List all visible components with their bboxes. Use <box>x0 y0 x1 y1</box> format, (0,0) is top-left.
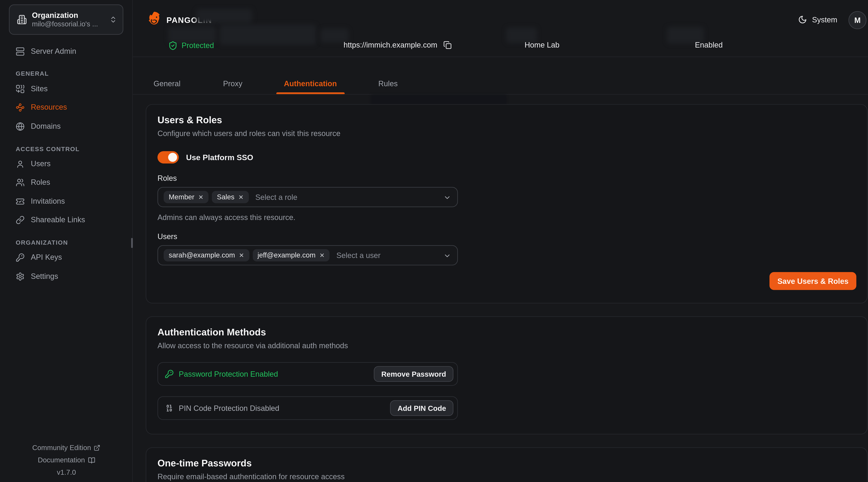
link-icon <box>16 216 25 225</box>
server-icon <box>16 47 25 56</box>
sidebar-item-shareable-links[interactable]: Shareable Links <box>9 212 125 228</box>
sidebar-item-settings[interactable]: Settings <box>9 269 125 284</box>
tab-general[interactable]: General <box>145 76 189 94</box>
chevrons-up-down-icon <box>110 15 117 24</box>
users-field-label: Users <box>157 232 856 240</box>
sidebar-item-roles[interactable]: Roles <box>9 175 125 190</box>
sidebar-item-domains[interactable]: Domains <box>9 119 125 134</box>
resource-url: https://immich.example.com <box>344 41 452 49</box>
org-switcher[interactable]: Organization milo@fossorial.io's ... <box>9 4 123 35</box>
avatar[interactable]: M <box>848 11 866 29</box>
sidebar-item-invitations[interactable]: Invitations <box>9 194 125 209</box>
user-tag: sarah@example.com ✕ <box>164 249 249 261</box>
role-tag: Member ✕ <box>164 191 209 203</box>
sidebar-heading-organization: ORGANIZATION <box>16 239 68 246</box>
redaction-box <box>196 9 252 24</box>
users-roles-card: Users & Roles Configure which users and … <box>146 104 867 303</box>
documentation-link[interactable]: Documentation <box>38 456 95 464</box>
toggle-knob <box>168 153 177 162</box>
sidebar-item-users[interactable]: Users <box>9 156 125 172</box>
building-icon <box>17 14 27 25</box>
shield-check-icon <box>168 41 178 51</box>
app-root: Organization milo@fossorial.io's ... Ser… <box>0 0 868 482</box>
users-placeholder: Select a user <box>336 251 380 259</box>
org-switcher-value: milo@fossorial.io's ... <box>32 20 110 28</box>
binary-icon <box>165 404 174 413</box>
tab-proxy[interactable]: Proxy <box>215 76 251 94</box>
key-icon <box>16 253 25 262</box>
copy-icon[interactable] <box>443 41 452 49</box>
tab-bar: General Proxy Authentication Rules <box>145 76 406 94</box>
otp-card: One-time Passwords Require email-based a… <box>146 447 867 482</box>
users-combobox[interactable]: sarah@example.com ✕ jeff@example.com ✕ S… <box>157 245 458 265</box>
sidebar-item-sites[interactable]: Sites <box>9 81 125 97</box>
resource-status: Protected <box>168 41 214 51</box>
sso-toggle-row: Use Platform SSO <box>157 151 856 163</box>
users-icon <box>16 178 25 187</box>
roles-field-label: Roles <box>157 174 856 182</box>
remove-tag-icon[interactable]: ✕ <box>238 194 244 200</box>
redaction-box <box>371 95 506 105</box>
pangolin-flame-logo <box>145 11 162 29</box>
pin-status-text: PIN Code Protection Disabled <box>179 404 390 412</box>
key-icon <box>165 369 174 378</box>
sidebar-heading-general: GENERAL <box>16 70 49 77</box>
roles-placeholder: Select a role <box>255 193 298 201</box>
resource-site: Home Lab <box>525 41 559 49</box>
sites-icon <box>16 85 25 94</box>
sidebar-item-resources[interactable]: Resources <box>9 100 125 115</box>
roles-helper-text: Admins can always access this resource. <box>157 213 856 222</box>
moon-icon <box>798 15 807 24</box>
chevron-down-icon <box>443 252 451 260</box>
pin-method-row: PIN Code Protection Disabled Add PIN Cod… <box>157 396 458 420</box>
user-icon <box>16 160 25 169</box>
redaction-box <box>321 29 349 43</box>
auth-methods-card: Authentication Methods Allow access to t… <box>146 316 867 435</box>
card-subtitle: Allow access to the resource via additio… <box>157 342 856 350</box>
header-divider <box>133 57 868 57</box>
external-link-icon <box>94 445 101 451</box>
version-label: v1.7.0 <box>57 469 76 477</box>
gear-icon <box>16 272 25 281</box>
card-title: Users & Roles <box>157 115 856 126</box>
redaction-box <box>168 26 216 43</box>
resource-sso-state: Enabled <box>695 41 723 49</box>
remove-tag-icon[interactable]: ✕ <box>239 252 244 258</box>
theme-label: System <box>812 15 837 24</box>
add-pin-code-button[interactable]: Add PIN Code <box>390 400 454 416</box>
card-subtitle: Require email-based authentication for r… <box>157 473 856 481</box>
user-tag: jeff@example.com ✕ <box>252 249 330 261</box>
chevron-down-icon <box>443 194 451 201</box>
remove-tag-icon[interactable]: ✕ <box>198 194 204 200</box>
save-users-roles-button[interactable]: Save Users & Roles <box>770 272 856 290</box>
sso-toggle-label: Use Platform SSO <box>186 153 253 162</box>
role-tag: Sales ✕ <box>212 191 248 203</box>
card-subtitle: Configure which users and roles can visi… <box>157 129 856 137</box>
roles-combobox[interactable]: Member ✕ Sales ✕ Select a role <box>157 187 458 207</box>
tab-authentication[interactable]: Authentication <box>276 76 345 94</box>
globe-icon <box>16 122 25 131</box>
book-open-icon <box>88 456 95 464</box>
sidebar-item-api-keys[interactable]: API Keys <box>9 250 125 265</box>
sidebar-scrollbar-thumb[interactable] <box>131 238 133 248</box>
password-status-text: Password Protection Enabled <box>179 370 374 378</box>
card-title: One-time Passwords <box>157 458 856 469</box>
waypoints-icon <box>16 103 25 112</box>
theme-toggle[interactable]: System <box>798 15 837 24</box>
remove-password-button[interactable]: Remove Password <box>374 366 454 382</box>
password-method-row: Password Protection Enabled Remove Passw… <box>157 362 458 386</box>
ticket-check-icon <box>16 197 25 206</box>
org-switcher-label: Organization <box>32 11 110 20</box>
sidebar-item-server-admin[interactable]: Server Admin <box>9 44 125 59</box>
redaction-box <box>220 25 316 45</box>
sidebar-footer: Community Edition Documentation v1.7.0 <box>0 444 133 477</box>
tab-rules[interactable]: Rules <box>370 76 406 94</box>
sidebar: Organization milo@fossorial.io's ... Ser… <box>0 0 133 482</box>
platform-sso-toggle[interactable] <box>157 151 179 163</box>
remove-tag-icon[interactable]: ✕ <box>319 252 324 258</box>
sidebar-heading-access-control: ACCESS CONTROL <box>16 146 80 152</box>
card-title: Authentication Methods <box>157 327 856 338</box>
community-edition-link[interactable]: Community Edition <box>32 444 101 452</box>
